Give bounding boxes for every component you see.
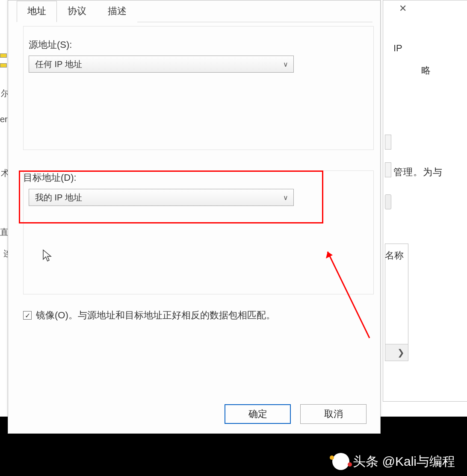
toutiao-logo-icon [332, 453, 349, 470]
bg-ip-label: IP [393, 43, 402, 54]
bg-button-fragment [385, 194, 391, 209]
filter-dialog: 地址 协议 描述 源地址(S): 任何 IP 地址 ∨ 目标地址(D): 我的 … [8, 0, 381, 434]
destination-address-label: 目标地址(D): [23, 171, 374, 184]
tab-protocol[interactable]: 协议 [57, 1, 97, 22]
bg-text-fragment: 直 [0, 226, 9, 238]
bg-button-fragment [385, 135, 391, 150]
destination-address-value: 我的 IP 地址 [35, 192, 82, 203]
source-address-dropdown[interactable]: 任何 IP 地址 ∨ [29, 56, 294, 73]
bg-text-fragment: 管理。为与 [393, 166, 443, 179]
destination-address-group: 我的 IP 地址 ∨ [23, 170, 374, 294]
mirror-checkbox[interactable]: ✓ [23, 311, 32, 320]
close-icon[interactable]: ✕ [390, 0, 416, 17]
cancel-button[interactable]: 取消 [300, 404, 367, 424]
mirror-label: 镜像(O)。与源地址和目标地址正好相反的数据包相匹配。 [36, 309, 275, 322]
chevron-down-icon: ∨ [283, 60, 288, 68]
bg-button-fragment [385, 162, 391, 177]
mirror-checkbox-row[interactable]: ✓ 镜像(O)。与源地址和目标地址正好相反的数据包相匹配。 [23, 309, 374, 322]
tab-description[interactable]: 描述 [97, 1, 137, 22]
source-address-value: 任何 IP 地址 [35, 59, 82, 70]
watermark-text: 头条 @Kali与编程 [353, 453, 455, 470]
tab-bar: 地址 协议 描述 [17, 0, 372, 22]
tab-address[interactable]: 地址 [17, 1, 57, 22]
bg-icon-fragment [0, 63, 7, 68]
source-address-label: 源地址(S): [29, 38, 368, 51]
scroll-right-icon[interactable]: ❯ [385, 344, 408, 361]
ok-button[interactable]: 确定 [225, 404, 291, 424]
dialog-buttons: 确定 取消 [225, 404, 367, 424]
chevron-down-icon: ∨ [283, 194, 288, 202]
bg-text-fragment: 略 [421, 64, 431, 77]
tab-content: 源地址(S): 任何 IP 地址 ∨ 目标地址(D): 我的 IP 地址 ∨ ✓… [23, 26, 374, 322]
destination-address-dropdown[interactable]: 我的 IP 地址 ∨ [29, 189, 294, 206]
source-address-group: 源地址(S): 任何 IP 地址 ∨ [23, 26, 374, 150]
bg-text-fragment: er [0, 115, 8, 124]
bg-icon-fragment [0, 53, 7, 58]
destination-address-wrap: 目标地址(D): 我的 IP 地址 ∨ [23, 171, 374, 294]
watermark: 头条 @Kali与编程 [0, 447, 467, 476]
bg-text-fragment: 名称 [385, 249, 404, 262]
